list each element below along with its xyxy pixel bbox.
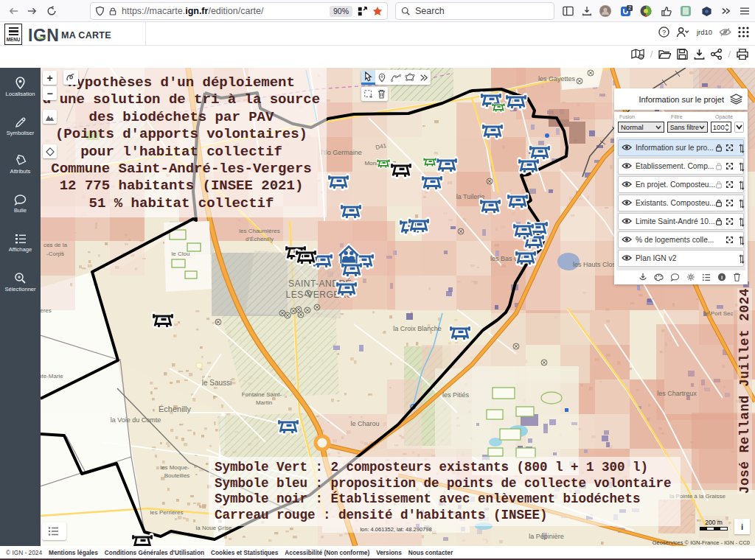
svg-text:i: i	[721, 274, 723, 281]
svg-text:G: G	[639, 55, 643, 59]
svg-text:la Pépinière: la Pépinière	[529, 533, 564, 540]
svg-text:l’Ilo Germaine: l’Ilo Germaine	[321, 149, 362, 156]
svg-text:les Chaumières: les Chaumières	[239, 228, 280, 234]
svg-text:le Port Sec: le Port Sec	[704, 310, 733, 317]
svg-text:?: ?	[662, 29, 666, 36]
svg-text:la Voie du Comte: la Voie du Comte	[111, 416, 161, 424]
svg-text:2: 2	[628, 5, 631, 10]
svg-text:les Gayettes: les Gayettes	[538, 75, 576, 83]
svg-text:la Croix Blanche: la Croix Blanche	[393, 325, 442, 332]
svg-text:le Saussi: le Saussi	[202, 379, 232, 387]
svg-text:inte-Marie: inte-Marie	[41, 373, 63, 379]
svg-text:-Corps: -Corps	[46, 251, 64, 257]
svg-text:Fontaine Saint-: Fontaine Saint-	[242, 391, 282, 398]
svg-text:le Clou: le Clou	[172, 251, 190, 257]
svg-text:les Chartreux: les Chartreux	[657, 390, 697, 397]
svg-text:Martin: Martin	[256, 399, 272, 406]
svg-text:les Hauts Clos: les Hauts Clos	[573, 261, 616, 268]
svg-text:le Charou: le Charou	[350, 420, 379, 427]
svg-text:les Perrières: les Perrières	[150, 509, 184, 516]
svg-text:les Pitiés: les Pitiés	[442, 391, 470, 399]
svg-text:ères: ères	[41, 307, 52, 314]
svg-text:d’Échenilly: d’Échenilly	[246, 236, 274, 242]
svg-text:Échenilly: Échenilly	[159, 405, 192, 413]
svg-text:les Moque-: les Moque-	[160, 464, 189, 471]
svg-text:Bouteilles: Bouteilles	[164, 472, 190, 479]
svg-text:ces de la: ces de la	[44, 242, 68, 248]
